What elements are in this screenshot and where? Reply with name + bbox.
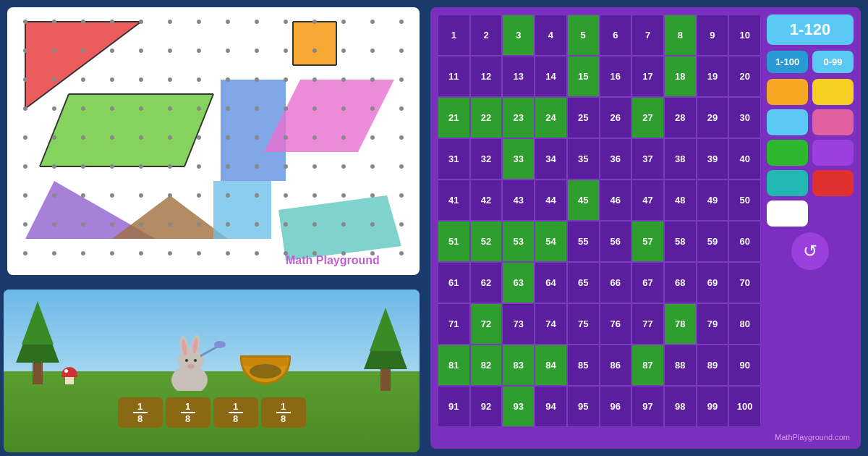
color-red[interactable] xyxy=(812,170,854,196)
num-cell-30[interactable]: 30 xyxy=(728,97,761,138)
num-cell-34[interactable]: 34 xyxy=(535,138,567,180)
num-cell-52[interactable]: 52 xyxy=(470,221,503,262)
num-cell-14[interactable]: 14 xyxy=(535,56,567,97)
num-cell-95[interactable]: 95 xyxy=(567,386,600,427)
num-cell-65[interactable]: 65 xyxy=(567,262,600,303)
num-cell-17[interactable]: 17 xyxy=(631,56,664,97)
num-cell-64[interactable]: 64 xyxy=(535,262,567,303)
num-cell-80[interactable]: 80 xyxy=(728,303,761,345)
num-cell-32[interactable]: 32 xyxy=(470,138,503,180)
num-cell-58[interactable]: 58 xyxy=(664,221,697,262)
color-blue[interactable] xyxy=(767,109,808,135)
num-cell-93[interactable]: 93 xyxy=(502,386,535,427)
num-cell-10[interactable]: 10 xyxy=(728,14,761,56)
num-cell-13[interactable]: 13 xyxy=(502,56,535,97)
num-cell-41[interactable]: 41 xyxy=(438,180,470,221)
num-cell-72[interactable]: 72 xyxy=(470,303,503,345)
num-cell-60[interactable]: 60 xyxy=(728,221,761,262)
num-cell-36[interactable]: 36 xyxy=(600,138,632,180)
num-cell-21[interactable]: 21 xyxy=(438,97,470,138)
num-cell-77[interactable]: 77 xyxy=(631,303,664,345)
num-cell-24[interactable]: 24 xyxy=(535,97,567,138)
num-cell-1[interactable]: 1 xyxy=(438,14,470,56)
num-cell-3[interactable]: 3 xyxy=(502,14,535,56)
num-cell-90[interactable]: 90 xyxy=(728,345,761,386)
num-cell-87[interactable]: 87 xyxy=(631,345,664,386)
num-cell-46[interactable]: 46 xyxy=(600,180,632,221)
num-cell-89[interactable]: 89 xyxy=(697,345,729,386)
num-cell-42[interactable]: 42 xyxy=(470,180,503,221)
num-cell-29[interactable]: 29 xyxy=(697,97,729,138)
num-cell-19[interactable]: 19 xyxy=(697,56,729,97)
num-cell-11[interactable]: 11 xyxy=(438,56,470,97)
num-cell-61[interactable]: 61 xyxy=(438,262,470,303)
num-cell-82[interactable]: 82 xyxy=(470,345,503,386)
num-cell-79[interactable]: 79 xyxy=(697,303,729,345)
num-cell-53[interactable]: 53 xyxy=(502,221,535,262)
num-cell-43[interactable]: 43 xyxy=(502,180,535,221)
num-cell-4[interactable]: 4 xyxy=(535,14,567,56)
num-cell-20[interactable]: 20 xyxy=(728,56,761,97)
num-cell-16[interactable]: 16 xyxy=(600,56,632,97)
color-orange[interactable] xyxy=(767,79,808,105)
num-cell-88[interactable]: 88 xyxy=(664,345,697,386)
num-cell-15[interactable]: 15 xyxy=(567,56,600,97)
num-cell-18[interactable]: 18 xyxy=(664,56,697,97)
num-cell-81[interactable]: 81 xyxy=(438,345,470,386)
num-cell-86[interactable]: 86 xyxy=(600,345,632,386)
num-cell-68[interactable]: 68 xyxy=(664,262,697,303)
num-cell-26[interactable]: 26 xyxy=(600,97,632,138)
num-cell-25[interactable]: 25 xyxy=(567,97,600,138)
num-cell-44[interactable]: 44 xyxy=(535,180,567,221)
num-cell-7[interactable]: 7 xyxy=(631,14,664,56)
num-cell-40[interactable]: 40 xyxy=(728,138,761,180)
num-cell-83[interactable]: 83 xyxy=(502,345,535,386)
num-cell-49[interactable]: 49 xyxy=(697,180,729,221)
num-cell-57[interactable]: 57 xyxy=(631,221,664,262)
num-cell-33[interactable]: 33 xyxy=(502,138,535,180)
num-cell-66[interactable]: 66 xyxy=(600,262,632,303)
num-cell-5[interactable]: 5 xyxy=(567,14,600,56)
num-cell-51[interactable]: 51 xyxy=(438,221,470,262)
num-cell-56[interactable]: 56 xyxy=(600,221,632,262)
num-cell-38[interactable]: 38 xyxy=(664,138,697,180)
color-teal[interactable] xyxy=(767,170,808,196)
num-cell-73[interactable]: 73 xyxy=(502,303,535,345)
color-green[interactable] xyxy=(767,140,808,166)
num-cell-9[interactable]: 9 xyxy=(697,14,729,56)
num-cell-6[interactable]: 6 xyxy=(600,14,632,56)
num-cell-2[interactable]: 2 xyxy=(470,14,503,56)
num-cell-37[interactable]: 37 xyxy=(631,138,664,180)
num-cell-71[interactable]: 71 xyxy=(438,303,470,345)
num-cell-74[interactable]: 74 xyxy=(535,303,567,345)
num-cell-76[interactable]: 76 xyxy=(600,303,632,345)
num-cell-85[interactable]: 85 xyxy=(567,345,600,386)
num-cell-47[interactable]: 47 xyxy=(631,180,664,221)
num-cell-63[interactable]: 63 xyxy=(502,262,535,303)
num-cell-84[interactable]: 84 xyxy=(535,345,567,386)
num-cell-31[interactable]: 31 xyxy=(438,138,470,180)
num-cell-23[interactable]: 23 xyxy=(502,97,535,138)
num-cell-97[interactable]: 97 xyxy=(631,386,664,427)
color-pink[interactable] xyxy=(812,109,854,135)
num-cell-75[interactable]: 75 xyxy=(567,303,600,345)
num-cell-70[interactable]: 70 xyxy=(728,262,761,303)
num-cell-69[interactable]: 69 xyxy=(697,262,729,303)
num-cell-39[interactable]: 39 xyxy=(697,138,729,180)
num-cell-8[interactable]: 8 xyxy=(664,14,697,56)
num-cell-96[interactable]: 96 xyxy=(600,386,632,427)
num-cell-50[interactable]: 50 xyxy=(728,180,761,221)
num-cell-78[interactable]: 78 xyxy=(664,303,697,345)
color-white[interactable] xyxy=(767,200,808,227)
num-cell-67[interactable]: 67 xyxy=(631,262,664,303)
num-cell-22[interactable]: 22 xyxy=(470,97,503,138)
num-cell-98[interactable]: 98 xyxy=(664,386,697,427)
num-cell-55[interactable]: 55 xyxy=(567,221,600,262)
num-cell-59[interactable]: 59 xyxy=(697,221,729,262)
num-cell-91[interactable]: 91 xyxy=(438,386,470,427)
num-cell-62[interactable]: 62 xyxy=(470,262,503,303)
refresh-button[interactable]: ↺ xyxy=(791,232,829,270)
num-cell-48[interactable]: 48 xyxy=(664,180,697,221)
color-yellow[interactable] xyxy=(812,79,854,105)
color-purple[interactable] xyxy=(812,140,854,166)
